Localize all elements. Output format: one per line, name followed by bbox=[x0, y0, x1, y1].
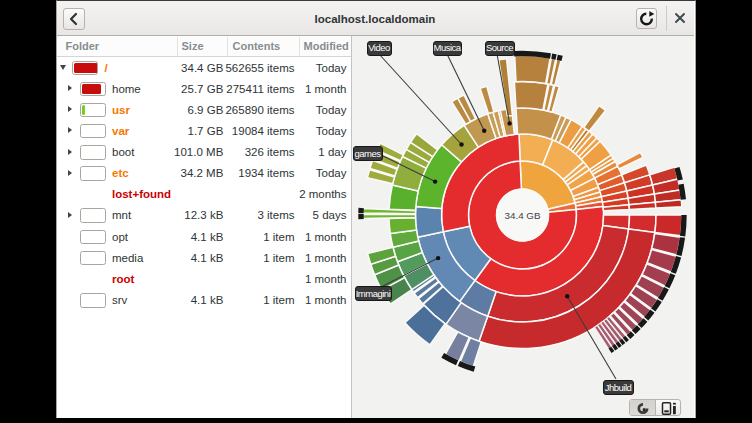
svg-text:34.4 GB: 34.4 GB bbox=[505, 210, 541, 221]
